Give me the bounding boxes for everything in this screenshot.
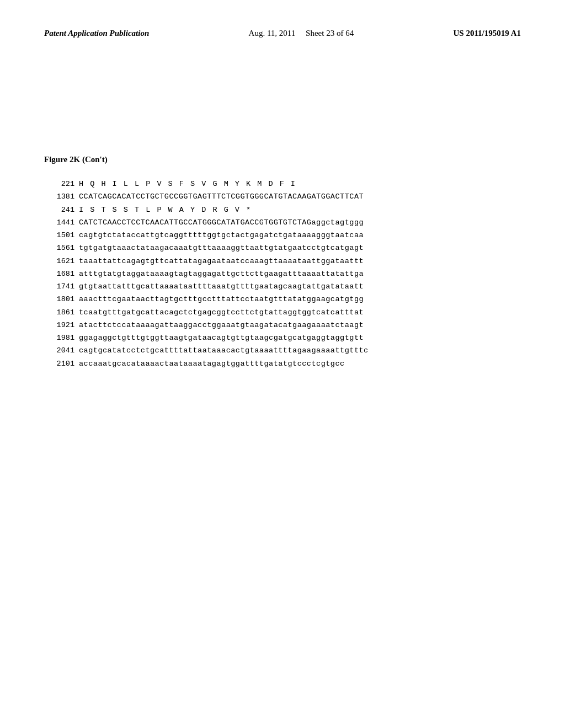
list-item: 1621taaattattcagagtgttcattatagagaataatcc… <box>44 255 521 267</box>
sequence-number: 1501 <box>44 229 74 242</box>
page: Patent Application Publication Aug. 11, … <box>0 0 565 728</box>
dna-sequence: tgtgatgtaaactataagacaaatgtttaaaaggttaatt… <box>79 242 364 254</box>
sequence-number: 1561 <box>44 242 74 254</box>
patent-number: US 2011/195019 A1 <box>453 28 521 39</box>
sequence-number: 2041 <box>44 345 74 357</box>
list-item: 1381CCATCAGCACATCCTGCTGCCGGTGAGTTTCTCGGT… <box>44 191 521 203</box>
page-header: Patent Application Publication Aug. 11, … <box>44 28 521 45</box>
list-item: 1981ggagaggctgtttgtggttaagtgataacagtgttg… <box>44 332 521 344</box>
sequence-number: 1861 <box>44 307 74 319</box>
dna-sequence: gtgtaattatttgcattaaaataattttaaatgttttgaa… <box>79 281 364 293</box>
sequence-number: 1621 <box>44 255 74 267</box>
sequence-number: 1381 <box>44 191 74 203</box>
sequence-number: 1441 <box>44 217 74 229</box>
dna-sequence: taaattattcagagtgttcattatagagaataatccaaag… <box>79 255 364 267</box>
sequence-number: 1981 <box>44 332 74 344</box>
main-content: Figure 2K (Con't) 221H Q H I L L P V S F… <box>44 155 521 370</box>
list-item: 2101accaaatgcacataaaactaataaaatagagtggat… <box>44 358 521 370</box>
list-item: 241I S T S S T L P W A Y D R G V * <box>44 204 521 216</box>
list-item: 2041cagtgcatatcctctgcattttattaataaacactg… <box>44 345 521 357</box>
list-item: 1501cagtgtctataccattgtcaggtttttggtgctact… <box>44 229 521 242</box>
amino-acid-sequence: H Q H I L L P V S F S V G M Y K M D F I <box>79 178 296 190</box>
publication-title: Patent Application Publication <box>44 28 149 39</box>
sequence-number: 221 <box>44 178 74 190</box>
dna-sequence: atttgtatgtaggataaaagtagtaggagattgcttcttg… <box>79 268 364 280</box>
list-item: 1921atacttctccataaaagattaaggacctggaaatgt… <box>44 319 521 331</box>
dna-sequence: accaaatgcacataaaactaataaaatagagtggattttg… <box>79 358 345 370</box>
list-item: 1861tcaatgtttgatgcattacagctctgagcggtcctt… <box>44 307 521 319</box>
dna-sequence: CCATCAGCACATCCTGCTGCCGGTGAGTTTCTCGGTGGGC… <box>79 191 364 203</box>
dna-sequence: cagtgcatatcctctgcattttattaataaacactgtaaa… <box>79 345 369 357</box>
sequence-number: 1801 <box>44 293 74 306</box>
sequence-block: 221H Q H I L L P V S F S V G M Y K M D F… <box>44 178 521 370</box>
sequence-number: 1681 <box>44 268 74 280</box>
list-item: 1441CATCTCAACCTCCTCAACATTGCCATGGGCATATGA… <box>44 217 521 229</box>
dna-sequence: atacttctccataaaagattaaggacctggaaatgtaaga… <box>79 319 364 331</box>
list-item: 1681atttgtatgtaggataaaagtagtaggagattgctt… <box>44 268 521 280</box>
dna-sequence: cagtgtctataccattgtcaggtttttggtgctactgaga… <box>79 229 364 242</box>
sequence-number: 2101 <box>44 358 74 370</box>
sheet-number: Sheet 23 of 64 <box>306 29 354 38</box>
list-item: 1741gtgtaattatttgcattaaaataattttaaatgttt… <box>44 281 521 293</box>
amino-acid-sequence: I S T S S T L P W A Y D R G V * <box>79 204 252 216</box>
list-item: 1801aaactttcgaataacttagtgctttgcctttattcc… <box>44 293 521 306</box>
figure-title: Figure 2K (Con't) <box>44 155 521 164</box>
dna-sequence: CATCTCAACCTCCTCAACATTGCCATGGGCATATGACCGT… <box>79 217 364 229</box>
dna-sequence: ggagaggctgtttgtggttaagtgataacagtgttgtaag… <box>79 332 364 344</box>
sequence-number: 1741 <box>44 281 74 293</box>
list-item: 1561tgtgatgtaaactataagacaaatgtttaaaaggtt… <box>44 242 521 254</box>
sequence-number: 241 <box>44 204 74 216</box>
dna-sequence: aaactttcgaataacttagtgctttgcctttattcctaat… <box>79 293 364 306</box>
publication-date-sheet: Aug. 11, 2011 Sheet 23 of 64 <box>249 28 354 39</box>
list-item: 221H Q H I L L P V S F S V G M Y K M D F… <box>44 178 521 190</box>
publication-date: Aug. 11, 2011 <box>249 29 296 38</box>
dna-sequence: tcaatgtttgatgcattacagctctgagcggtccttctgt… <box>79 307 364 319</box>
sequence-number: 1921 <box>44 319 74 331</box>
